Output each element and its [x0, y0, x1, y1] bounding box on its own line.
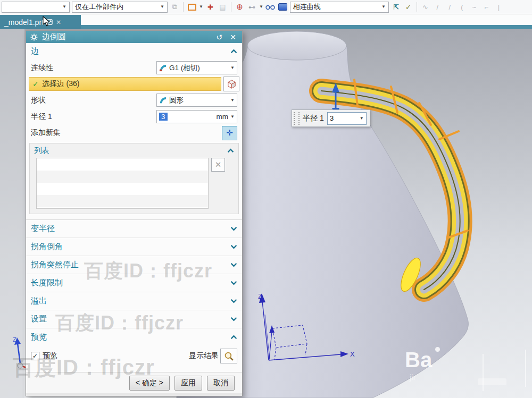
drag-grip-icon[interactable] [294, 112, 300, 125]
dialog-footer: < 确定 > 应用 取消 [26, 372, 242, 393]
preview-row: ✓ 预览 显示结果 [26, 346, 242, 366]
tab-model1[interactable]: _model1.prt ✕ [0, 15, 81, 29]
section-label: 拐角突然停止 [31, 260, 79, 270]
curve-tool-icon-5[interactable]: ~ [469, 2, 479, 12]
csys-x-label: X [350, 350, 355, 358]
section-header-edge[interactable]: 边 [26, 43, 242, 60]
preview-checkbox-label: 预览 [43, 351, 57, 361]
triad-z-label: Z [13, 336, 16, 343]
section-header-overflow[interactable]: 溢出 [26, 292, 242, 310]
blend-icon [159, 96, 167, 104]
cube-icon [227, 79, 237, 89]
section-header-length-limit[interactable]: 长度限制 [26, 274, 242, 292]
chevron-down-icon[interactable]: ▼ [259, 5, 263, 9]
curve-tool-icon-1[interactable]: ∿ [420, 2, 430, 12]
csys-z-label: Z [258, 292, 262, 300]
columns-icon[interactable]: ▤ [218, 2, 228, 12]
toolbar-separator [231, 2, 231, 12]
fit-selection-icon[interactable]: ⇱ [391, 2, 401, 12]
tab-title: _model1.prt [4, 18, 44, 27]
section-label: 边 [31, 46, 39, 56]
cancel-button[interactable]: 取消 [207, 376, 235, 391]
continuity-value: G1 (相切) [169, 63, 228, 73]
shape-combo[interactable]: 圆形 ▼ [156, 94, 237, 107]
chevron-down-icon [230, 244, 237, 249]
shape-label: 形状 [31, 96, 46, 105]
chevron-down-icon[interactable]: ▼ [199, 5, 203, 9]
close-icon[interactable]: ✕ [228, 33, 238, 41]
selection-scope-value: 仅在工作部件内 [75, 2, 123, 12]
continuity-combo[interactable]: G1 (相切) ▼ [156, 61, 237, 74]
list-item [37, 183, 208, 195]
curve-tool-icon-4[interactable]: ( [457, 2, 467, 12]
remove-list-item-button[interactable]: ✕ [211, 158, 225, 172]
tab-close-icon[interactable]: ✕ [56, 19, 61, 26]
continuity-row: 连续性 G1 (相切) ▼ [26, 60, 242, 76]
chevron-down-icon [230, 299, 237, 303]
chevron-down-icon: ▼ [160, 5, 164, 9]
curve-tool-icon-7[interactable]: | [494, 2, 504, 12]
paste-icon[interactable]: ⧉ [170, 2, 180, 12]
check-swoosh-icon[interactable]: ✓ [403, 2, 413, 12]
shaded-view-icon[interactable] [278, 2, 288, 12]
selection-filter-combo[interactable]: ▼ [2, 2, 70, 13]
list-body: ✕ [30, 158, 238, 214]
reset-icon[interactable]: ↺ [214, 33, 224, 41]
chevron-down-icon: ▼ [381, 5, 386, 9]
continuity-label: 连续性 [31, 63, 53, 73]
blend-icon [159, 64, 167, 72]
radius-input[interactable]: 3 mm ▼ [156, 110, 237, 123]
add-new-set-button[interactable]: ✛ [222, 126, 237, 140]
section-label: 拐角倒角 [31, 242, 63, 252]
section-label: 长度限制 [31, 278, 63, 288]
list-item [37, 158, 208, 171]
chevron-down-icon [230, 226, 237, 231]
chevron-down-icon [230, 317, 237, 321]
curve-tool-icon-3[interactable]: / [445, 2, 455, 12]
application-window: ▼ 仅在工作部件内 ▼ ⧉ ▼ ✚ ▤ ⊕ ⊷ ▼ 相连曲线 ▼ ⇱ ✓ ∿ /… [0, 0, 532, 398]
list-header[interactable]: 列表 [30, 143, 238, 158]
popup-radius-input[interactable]: 3 ▼ [327, 112, 367, 125]
add-new-set-row: 添加新集 ✛ [26, 125, 242, 141]
list-item [37, 171, 208, 183]
section-header-variable-radius[interactable]: 变半径 [26, 219, 242, 238]
chevron-down-icon: ▼ [360, 116, 364, 121]
measure-icon[interactable]: ⊷ [247, 2, 257, 12]
chevron-up-icon [227, 148, 234, 153]
cone-top-face [247, 31, 346, 60]
curve-tool-icon-6[interactable]: ⌐ [481, 2, 492, 12]
check-icon: ✓ [32, 353, 38, 359]
snap-body-button[interactable] [223, 77, 239, 91]
select-edge-bar[interactable]: ✓ 选择边 (36) [29, 77, 221, 91]
dialog-titlebar[interactable]: 边倒圆 ↺ ✕ [26, 31, 242, 43]
selection-scope-combo[interactable]: 仅在工作部件内 ▼ [72, 2, 168, 13]
section-header-preview[interactable]: 预览 [26, 328, 242, 346]
select-edge-label: 选择边 (36) [42, 79, 80, 89]
curve-rule-combo[interactable]: 相连曲线 ▼ [290, 2, 389, 13]
window-frame-icon[interactable] [187, 2, 197, 12]
point-plus-icon[interactable]: ✚ [205, 2, 215, 12]
section-header-corner-fillet[interactable]: 拐角倒角 [26, 238, 242, 256]
select-edge-row: ✓ 选择边 (36) [26, 76, 242, 92]
show-result-label: 显示结果 [189, 351, 219, 361]
apply-button[interactable]: 应用 [174, 376, 202, 391]
radius-value: 3 [159, 113, 168, 121]
chevron-down-icon: ▼ [230, 98, 235, 103]
edge-set-list[interactable] [36, 158, 209, 209]
shape-row: 形状 圆形 ▼ [26, 92, 242, 108]
list-panel: 列表 ✕ [29, 143, 239, 214]
preview-checkbox[interactable]: ✓ [31, 352, 39, 360]
top-toolbar: ▼ 仅在工作部件内 ▼ ⧉ ▼ ✚ ▤ ⊕ ⊷ ▼ 相连曲线 ▼ ⇱ ✓ ∿ /… [0, 0, 532, 14]
gear-icon[interactable] [30, 33, 38, 41]
section-header-settings[interactable]: 设置 [26, 310, 242, 328]
delete-x-icon: ✕ [215, 160, 222, 170]
section-header-stop-short[interactable]: 拐角突然停止 [26, 256, 242, 274]
section-label: 变半径 [31, 224, 55, 234]
ok-button[interactable]: < 确定 > [129, 376, 170, 391]
toolbar-separator [417, 2, 417, 12]
curve-tool-icon-2[interactable]: / [433, 2, 443, 12]
glasses-icon[interactable] [265, 2, 276, 12]
show-result-button[interactable] [220, 349, 237, 363]
snap-point-icon[interactable]: ⊕ [235, 2, 245, 12]
plus-star-icon: ✛ [226, 128, 233, 138]
